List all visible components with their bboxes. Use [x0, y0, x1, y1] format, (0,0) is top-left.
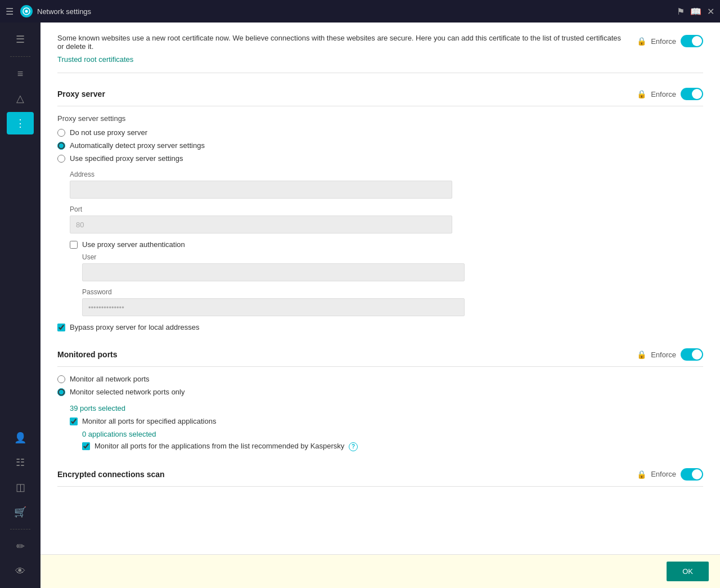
ports-radio-group: Monitor all network ports Monitor select… — [57, 375, 703, 396]
top-info-paragraph: Some known websites use a new root certi… — [57, 34, 621, 51]
book-icon[interactable]: 📖 — [690, 6, 701, 17]
enforce-label-monitored: Enforce — [651, 351, 676, 359]
sidebar-item-tool[interactable]: ✏ — [7, 535, 34, 558]
kaspersky-checkbox-label: Monitor all ports for the applications f… — [94, 442, 358, 451]
monitor-all-radio[interactable] — [57, 375, 65, 383]
applications-selected-section: 0 applications selected Monitor all port… — [70, 430, 703, 451]
kaspersky-help-icon[interactable]: ? — [349, 442, 358, 451]
app-icon — [20, 5, 33, 17]
radio-use-specified[interactable]: Use specified proxy server settings — [57, 154, 703, 163]
monitor-all-label: Monitor all network ports — [70, 375, 150, 383]
enforce-toggle-monitored[interactable] — [681, 348, 703, 361]
sidebar-item-list2[interactable]: ≡ — [7, 62, 34, 85]
address-input[interactable] — [70, 181, 452, 199]
proxy-settings-indented: Address Port Use proxy server authentica… — [57, 170, 703, 316]
bypass-checkbox-label: Bypass proxy server for local addresses — [70, 323, 199, 331]
sidebar-item-bag[interactable]: 🛒 — [7, 501, 34, 523]
encrypted-scan-section-header: Encrypted connections scan 🔒 Enforce — [57, 463, 703, 487]
top-info-section: Some known websites use a new root certi… — [57, 34, 703, 73]
lock-icon-encrypted: 🔒 — [637, 470, 646, 479]
monitor-selected-radio[interactable] — [57, 388, 65, 396]
auth-checkbox[interactable] — [70, 241, 78, 249]
ports-selected-link[interactable]: 39 ports selected — [70, 404, 125, 412]
no-proxy-radio[interactable] — [57, 129, 65, 137]
top-info-enforce-control: 🔒 Enforce — [637, 34, 703, 47]
enforce-toggle-top[interactable] — [681, 35, 703, 47]
monitored-ports-enforce-control: 🔒 Enforce — [637, 348, 703, 361]
ok-button[interactable]: OK — [667, 562, 709, 581]
enforce-label-top: Enforce — [651, 37, 676, 46]
sidebar-item-eye[interactable]: 👁 — [7, 560, 34, 582]
lock-icon-monitored: 🔒 — [637, 350, 646, 359]
bypass-checkbox[interactable] — [57, 324, 65, 331]
scroll-content: Some known websites use a new root certi… — [40, 23, 720, 554]
proxy-subsection-label: Proxy server settings — [57, 114, 703, 123]
auth-checkbox-item[interactable]: Use proxy server authentication — [70, 240, 703, 249]
sidebar-item-list3[interactable]: ☷ — [7, 451, 34, 474]
auth-checkbox-label: Use proxy server authentication — [82, 240, 185, 249]
user-group: User — [82, 253, 703, 281]
radio-monitor-all[interactable]: Monitor all network ports — [57, 375, 703, 383]
radio-no-proxy[interactable]: Do not use proxy server — [57, 128, 703, 137]
user-label: User — [82, 253, 703, 261]
trusted-root-link[interactable]: Trusted root certificates — [57, 55, 133, 64]
ports-details: 39 ports selected Monitor all ports for … — [57, 404, 703, 451]
port-group: Port — [70, 205, 703, 234]
svg-point-1 — [25, 10, 28, 13]
enforce-label-encrypted: Enforce — [651, 470, 676, 478]
top-info-text: Some known websites use a new root certi… — [57, 34, 628, 64]
kaspersky-checkbox[interactable] — [82, 442, 90, 450]
all-ports-app-label: Monitor all ports for specified applicat… — [82, 417, 216, 425]
hamburger-menu[interactable]: ☰ — [6, 6, 14, 17]
bottom-bar: OK — [40, 554, 720, 588]
proxy-settings-content: Proxy server settings Do not use proxy s… — [57, 114, 703, 331]
sidebar-divider — [10, 56, 30, 57]
address-group: Address — [70, 170, 703, 199]
sidebar-item-monitor[interactable]: ◫ — [7, 476, 34, 499]
flag-icon[interactable]: ⚑ — [677, 6, 685, 17]
sidebar-item-grid[interactable]: ⋮ — [7, 112, 34, 134]
proxy-server-title: Proxy server — [57, 89, 105, 98]
sidebar-item-triangle[interactable]: △ — [7, 87, 34, 110]
encrypted-scan-enforce-control: 🔒 Enforce — [637, 468, 703, 481]
lock-icon-top: 🔒 — [637, 37, 646, 46]
no-proxy-label: Do not use proxy server — [70, 128, 147, 137]
password-input[interactable] — [82, 298, 465, 316]
sidebar-item-user[interactable]: 👤 — [7, 427, 34, 449]
close-icon[interactable]: ✕ — [707, 6, 714, 17]
applications-selected-text: 0 applications selected — [82, 430, 156, 438]
use-specified-radio[interactable] — [57, 155, 65, 163]
password-group: Password — [82, 288, 703, 316]
auto-detect-label: Automatically detect proxy server settin… — [70, 141, 205, 150]
kaspersky-checkbox-item[interactable]: Monitor all ports for the applications f… — [82, 442, 703, 451]
proxy-enforce-control: 🔒 Enforce — [637, 88, 703, 100]
encrypted-scan-title: Encrypted connections scan — [57, 470, 165, 479]
monitored-ports-content: Monitor all network ports Monitor select… — [57, 375, 703, 451]
bypass-checkbox-item[interactable]: Bypass proxy server for local addresses — [57, 323, 703, 331]
port-input[interactable] — [70, 216, 452, 234]
radio-auto-detect[interactable]: Automatically detect proxy server settin… — [57, 141, 703, 150]
monitored-ports-title: Monitored ports — [57, 350, 118, 359]
enforce-toggle-proxy[interactable] — [681, 88, 703, 100]
proxy-server-section-header: Proxy server 🔒 Enforce — [57, 82, 703, 106]
password-label: Password — [82, 288, 703, 296]
applications-selected-link[interactable]: 0 applications selected — [82, 430, 156, 438]
auth-fields: User Password — [70, 253, 703, 316]
port-label: Port — [70, 205, 703, 213]
address-label: Address — [70, 170, 703, 178]
title-bar: ☰ Network settings ⚑ 📖 ✕ — [0, 0, 720, 23]
sidebar-divider-2 — [10, 529, 30, 529]
sidebar-item-list[interactable]: ☰ — [7, 28, 34, 51]
user-input[interactable] — [82, 263, 465, 281]
all-ports-app-checkbox[interactable] — [70, 418, 78, 425]
auto-detect-radio[interactable] — [57, 142, 65, 150]
window-title: Network settings — [37, 7, 677, 16]
sidebar: ☰ ≡ △ ⋮ 👤 ☷ ◫ 🛒 ✏ 👁 — [0, 23, 40, 588]
all-ports-app-checkbox-item[interactable]: Monitor all ports for specified applicat… — [70, 417, 703, 425]
enforce-label-proxy: Enforce — [651, 90, 676, 98]
monitored-ports-section-header: Monitored ports 🔒 Enforce — [57, 343, 703, 367]
title-actions: ⚑ 📖 ✕ — [677, 6, 714, 17]
kaspersky-label-text: Monitor all ports for the applications f… — [94, 442, 344, 450]
radio-monitor-selected[interactable]: Monitor selected network ports only — [57, 388, 703, 396]
enforce-toggle-encrypted[interactable] — [681, 468, 703, 481]
